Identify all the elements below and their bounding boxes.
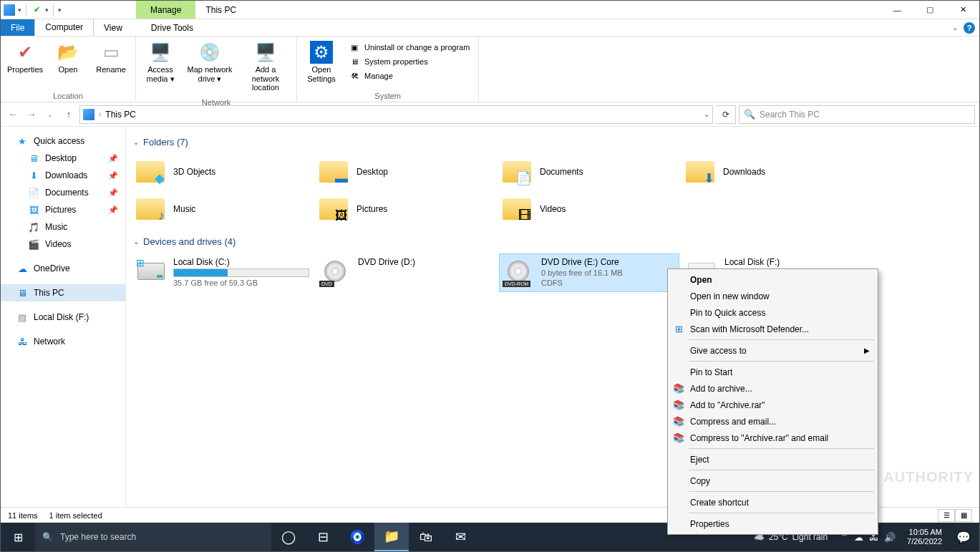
taskbar-explorer[interactable]: 📁 <box>374 523 409 551</box>
ctx-open-new-window[interactable]: Open in new window <box>670 288 875 304</box>
sidebar-network[interactable]: 🖧 Network <box>1 333 125 350</box>
ctx-add-rar[interactable]: 📚 Add to "Archive.rar" <box>670 397 875 413</box>
ctx-properties[interactable]: Properties <box>670 515 875 532</box>
properties-qat-icon[interactable]: ✔ <box>31 4 42 16</box>
help-icon[interactable]: ? <box>964 22 975 34</box>
sidebar-pictures[interactable]: 🖼 Pictures 📌 <box>1 201 125 218</box>
icons-view-button[interactable]: ▦ <box>955 509 972 522</box>
tab-computer[interactable]: Computer <box>34 19 94 36</box>
close-button[interactable]: ✕ <box>946 1 979 19</box>
qat-dropdown2-icon[interactable]: ▾ <box>45 6 49 14</box>
ctx-create-shortcut[interactable]: Create shortcut <box>670 494 875 510</box>
sidebar-local-disk-f[interactable]: ▧ Local Disk (F:) <box>1 309 125 326</box>
folder-3d-objects[interactable]: ◆ 3D Objects <box>133 155 312 189</box>
drive-dvd-e[interactable]: DVD-ROM DVD Drive (E:) Core 0 bytes free… <box>500 254 679 291</box>
sidebar-onedrive[interactable]: ☁ OneDrive <box>1 260 125 277</box>
nav-recent-button[interactable]: ⌄ <box>42 107 58 122</box>
taskbar-clock[interactable]: 10:05 AM 7/26/2022 <box>901 528 948 546</box>
search-input[interactable]: 🔍 Search This PC <box>739 105 975 124</box>
status-selection: 1 item selected <box>49 511 102 520</box>
properties-button[interactable]: ✔ Properties <box>5 39 45 76</box>
ctx-add-archive[interactable]: 📚 Add to archive... <box>670 380 875 397</box>
sidebar-desktop[interactable]: 🖥 Desktop 📌 <box>1 150 125 167</box>
folder-documents[interactable]: 📄 Documents <box>500 155 679 189</box>
tray-volume-icon[interactable]: 🔊 <box>884 532 896 543</box>
add-network-icon: 🖥️ <box>254 41 277 64</box>
folder-icon: ▬ <box>318 158 349 186</box>
drives-section-header[interactable]: ⌄ Devices and drives (4) <box>133 236 972 247</box>
onedrive-icon: ☁ <box>16 263 28 274</box>
manage-button[interactable]: 🛠 Manage <box>347 69 471 82</box>
sidebar-videos[interactable]: 🎬 Videos <box>1 236 125 253</box>
sidebar-this-pc[interactable]: 🖥 This PC <box>1 284 125 301</box>
sidebar-quick-access[interactable]: ★ Quick access <box>1 132 125 150</box>
tab-view[interactable]: View <box>94 19 132 36</box>
action-center-button[interactable]: 💬 <box>948 531 979 544</box>
task-view-timeline-button[interactable]: ⊟ <box>306 523 340 551</box>
ctx-scan-defender[interactable]: ⊞ Scan with Microsoft Defender... <box>670 321 875 337</box>
settings-gear-icon: ⚙ <box>310 41 333 64</box>
open-button[interactable]: 📂 Open <box>48 39 88 76</box>
taskbar-search[interactable]: 🔍 Type here to search <box>35 523 271 551</box>
details-view-button[interactable]: ☰ <box>938 509 955 522</box>
drive-local-c[interactable]: ⊞ Local Disk (C:) 35.7 GB free of 59.3 G… <box>133 254 312 291</box>
sidebar-downloads[interactable]: ⬇ Downloads 📌 <box>1 167 125 184</box>
sidebar-documents[interactable]: 📄 Documents 📌 <box>1 184 125 201</box>
add-network-location-button[interactable]: 🖥️ Add a network location <box>239 39 292 94</box>
maximize-button[interactable]: ▢ <box>913 1 946 19</box>
folders-section-header[interactable]: ⌄ Folders (7) <box>133 137 972 147</box>
network-icon: 🖧 <box>16 336 28 347</box>
folder-downloads[interactable]: ⬇ Downloads <box>683 155 862 189</box>
start-button[interactable]: ⊞ <box>1 523 35 551</box>
ctx-pin-quick-access[interactable]: Pin to Quick access <box>670 304 875 321</box>
collapse-ribbon-icon[interactable]: ⌄ <box>952 24 958 32</box>
pin-icon: 📌 <box>108 171 118 180</box>
folder-videos[interactable]: 🎞 Videos <box>500 192 679 226</box>
open-settings-button[interactable]: ⚙ Open Settings <box>301 39 341 84</box>
open-folder-icon: 📂 <box>57 41 79 64</box>
folder-pictures[interactable]: 🖼 Pictures <box>316 192 495 226</box>
rename-button[interactable]: ▭ Rename <box>91 39 131 76</box>
system-properties-button[interactable]: 🖥 System properties <box>347 55 471 68</box>
uninstall-program-button[interactable]: ▣ Uninstall or change a program <box>347 41 471 54</box>
taskbar-edge[interactable]: 🧿 <box>340 523 374 551</box>
chevron-down-icon: ⌄ <box>133 238 139 246</box>
tab-drive-tools[interactable]: Drive Tools <box>141 19 203 36</box>
defender-icon: ⊞ <box>673 324 684 335</box>
tab-file[interactable]: File <box>1 19 34 36</box>
taskbar-mail[interactable]: ✉ <box>443 523 477 551</box>
task-view-button[interactable]: ◯ <box>271 523 306 551</box>
taskbar-store[interactable]: 🛍 <box>409 523 443 551</box>
qat-customize-icon[interactable]: ▾ <box>58 6 62 14</box>
nav-back-button[interactable]: ← <box>5 107 21 122</box>
refresh-button[interactable]: ⟳ <box>716 105 736 124</box>
submenu-arrow-icon: ▶ <box>864 347 870 354</box>
ctx-pin-start[interactable]: Pin to Start <box>670 364 875 380</box>
qat-dropdown-icon[interactable]: ▾ <box>18 6 21 14</box>
address-dropdown-icon[interactable]: ⌄ <box>704 110 709 118</box>
folder-desktop[interactable]: ▬ Desktop <box>316 155 495 189</box>
manage-contextual-tab[interactable]: Manage <box>136 1 195 19</box>
breadcrumb[interactable]: This PC <box>105 110 136 120</box>
nav-up-button[interactable]: ↑ <box>61 107 77 122</box>
quick-access-toolbar: ▾ ✔ ▾ ▾ <box>1 1 64 19</box>
drive-dvd-d[interactable]: DVD DVD Drive (D:) <box>316 254 495 291</box>
access-media-icon: 🖥️ <box>149 41 172 64</box>
ribbon: ✔ Properties 📂 Open ▭ Rename Location 🖥️… <box>1 37 979 102</box>
winrar-icon: 📚 <box>673 416 684 427</box>
address-box[interactable]: › This PC ⌄ <box>79 105 713 124</box>
ctx-open[interactable]: Open <box>670 271 875 288</box>
ctx-give-access[interactable]: Give access to ▶ <box>670 342 875 359</box>
folder-music[interactable]: ♪ Music <box>133 192 312 226</box>
ctx-eject[interactable]: Eject <box>670 451 875 468</box>
map-network-drive-button[interactable]: 💿 Map network drive ▾ <box>183 39 236 84</box>
nav-forward-button[interactable]: → <box>24 107 39 122</box>
ctx-copy[interactable]: Copy <box>670 473 875 489</box>
sidebar-music[interactable]: 🎵 Music <box>1 218 125 236</box>
minimize-button[interactable]: — <box>880 1 913 19</box>
folder-icon: ♪ <box>135 195 166 223</box>
ctx-compress-email[interactable]: 📚 Compress and email... <box>670 413 875 430</box>
ctx-compress-rar-email[interactable]: 📚 Compress to "Archive.rar" and email <box>670 430 875 446</box>
winrar-icon: 📚 <box>673 400 684 411</box>
access-media-button[interactable]: 🖥️ Access media ▾ <box>140 39 180 84</box>
